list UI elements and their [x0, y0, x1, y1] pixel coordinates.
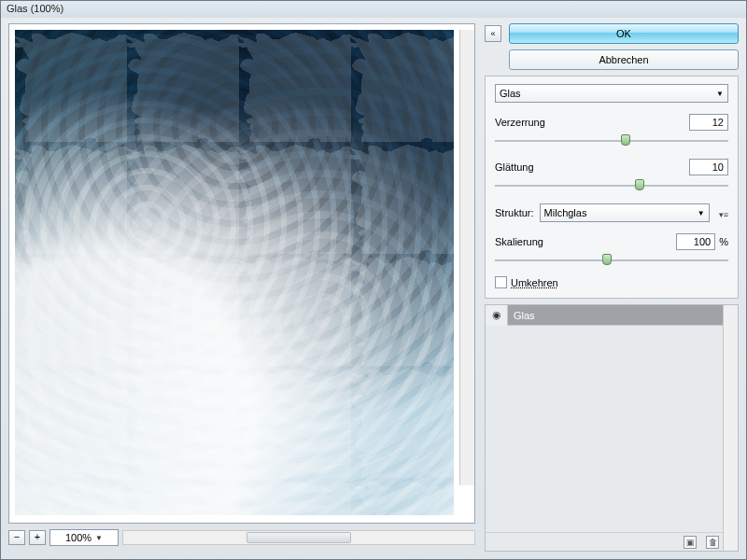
double-chevron-icon: «: [490, 29, 495, 38]
filter-gallery-dialog: Glas (100%) − + 100% ▼ «: [0, 0, 747, 560]
distortion-slider[interactable]: [495, 134, 728, 147]
smoothing-slider[interactable]: [495, 179, 728, 192]
layers-vertical-scrollbar[interactable]: [723, 305, 738, 551]
slider-track: [495, 259, 728, 261]
preview-horizontal-scrollbar[interactable]: [122, 530, 475, 545]
slider-track: [495, 185, 728, 187]
toggle-filter-list-button[interactable]: «: [485, 25, 501, 42]
cancel-button[interactable]: Abbrechen: [509, 49, 739, 70]
scaling-label: Skalierung: [495, 236, 543, 247]
slider-thumb[interactable]: [602, 254, 612, 265]
layers-footer: ▣ 🗑: [486, 532, 738, 551]
scaling-input[interactable]: [676, 233, 715, 250]
scaling-unit: %: [719, 236, 728, 247]
delete-effect-layer-button[interactable]: 🗑: [706, 536, 719, 549]
slider-track: [495, 140, 728, 142]
window-title: Glas (100%): [1, 1, 746, 18]
effect-layer-name: Glas: [508, 310, 535, 321]
scrollbar-thumb[interactable]: [247, 532, 352, 543]
scaling-slider[interactable]: [495, 254, 728, 267]
slider-thumb[interactable]: [621, 134, 630, 146]
preview-frame: [8, 23, 475, 524]
checkbox-box: [495, 276, 507, 288]
texture-value: Milchglas: [544, 207, 587, 218]
chevron-down-icon: ▼: [95, 534, 103, 542]
zoom-level-select[interactable]: 100% ▼: [49, 529, 119, 546]
invert-label: Umkehren: [511, 277, 558, 288]
filter-type-select[interactable]: Glas ▼: [495, 84, 728, 103]
distortion-label: Verzerrung: [495, 117, 545, 128]
texture-select[interactable]: Milchglas ▼: [540, 203, 710, 222]
new-effect-layer-button[interactable]: ▣: [684, 536, 697, 549]
texture-row: Struktur: Milchglas ▼ ▾≡: [495, 203, 728, 222]
effect-layers-list: ◉ Glas: [486, 305, 738, 532]
smoothing-label: Glättung: [495, 161, 534, 173]
zoom-out-button[interactable]: −: [8, 530, 25, 545]
eye-icon: ◉: [492, 309, 501, 321]
smoothing-input[interactable]: [689, 159, 728, 175]
preview-footer: − + 100% ▼: [8, 529, 475, 546]
preview-vertical-scrollbar[interactable]: [459, 30, 474, 485]
distortion-param: Verzerrung: [495, 114, 728, 147]
effect-layer-row[interactable]: ◉ Glas: [486, 305, 723, 326]
zoom-value: 100%: [65, 532, 92, 543]
distortion-input[interactable]: [689, 114, 728, 131]
invert-checkbox[interactable]: Umkehren: [495, 276, 728, 288]
slider-thumb[interactable]: [635, 179, 644, 190]
effect-layers-panel: ◉ Glas ▣ 🗑: [485, 304, 739, 552]
filter-type-value: Glas: [500, 88, 521, 99]
smoothing-param: Glättung: [495, 159, 728, 192]
preview-column: − + 100% ▼: [8, 23, 475, 552]
visibility-toggle[interactable]: ◉: [486, 305, 508, 326]
filter-settings-panel: Glas ▼ Verzerrung Glättung: [485, 76, 739, 299]
ok-button[interactable]: OK: [509, 23, 739, 44]
texture-options-icon[interactable]: ▾≡: [715, 207, 728, 219]
dialog-content: − + 100% ▼ « OK Abbrechen: [1, 18, 746, 559]
scaling-param: Skalierung %: [495, 233, 728, 267]
texture-label: Struktur:: [495, 207, 534, 218]
controls-column: « OK Abbrechen Glas ▼ Verzerrung: [485, 23, 739, 552]
chevron-down-icon: ▼: [716, 90, 724, 98]
preview-image[interactable]: [15, 30, 454, 515]
zoom-in-button[interactable]: +: [29, 530, 46, 545]
chevron-down-icon: ▼: [698, 209, 705, 217]
